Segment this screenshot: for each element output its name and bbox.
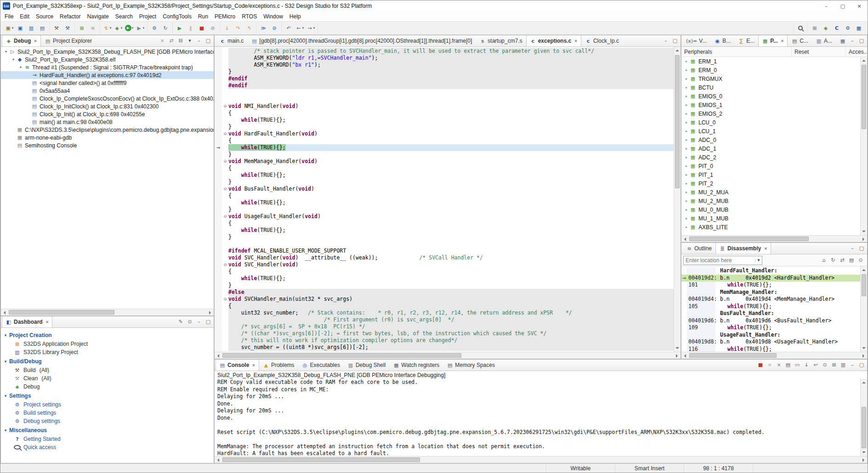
peripheral-row[interactable]: ▸▦AXBS_LITE <box>681 223 860 231</box>
maximize-button[interactable]: ▢ <box>857 360 866 370</box>
menu-navigate[interactable]: Navigate <box>84 12 112 21</box>
edit-dash-button[interactable]: ✎ <box>176 317 185 327</box>
scrollbar-thumb[interactable] <box>862 274 866 296</box>
debug-tree-item[interactable]: ▤Semihosting Console <box>1 141 214 149</box>
chevron-right-icon[interactable]: ▸ <box>683 59 690 63</box>
dashboard-item-s32ds-application-project[interactable]: ⊞S32DS Application Project <box>2 340 213 348</box>
dashboard-item-build[interactable]: ⚒Build(All) <box>2 366 213 374</box>
code-line[interactable]: ASM_KEYWORD("ldr r1,=SVCHandler_main"); <box>215 55 674 62</box>
code-line[interactable]: #ifndef MCAL_ENABLE_USER_MODE_SUPPORT <box>215 248 674 254</box>
scroll-right-icon[interactable] <box>860 236 867 242</box>
maximize-button[interactable]: ▢ <box>204 317 213 327</box>
chevron-right-icon[interactable]: ▸ <box>683 216 690 220</box>
column-header-peripherals[interactable]: Peripherals <box>681 47 792 56</box>
code-line[interactable]: } <box>215 282 674 289</box>
editor-tab-4-clock-ip-c[interactable]: cClock_Ip.c <box>581 35 623 46</box>
fold-collapse-icon[interactable]: ⊖ <box>222 213 228 220</box>
code-line[interactable]: ASM_KEYWORD("bx r1"); <box>215 62 674 68</box>
dashboard-section-miscellaneous[interactable]: ▾Miscellaneous <box>2 425 213 435</box>
editor-horizontal-scrollbar[interactable] <box>215 352 681 359</box>
chevron-down-icon[interactable]: ▼ <box>755 259 762 262</box>
right-tab-6-p[interactable]: ▦P... <box>836 35 848 46</box>
menu-project[interactable]: Project <box>136 12 159 21</box>
peripherals-vertical-scrollbar[interactable] <box>860 57 867 235</box>
code-editor[interactable]: /* stack pointer is passed to SVCHandler… <box>215 47 674 352</box>
peripheral-row[interactable]: ▸▦ADC_2 <box>681 153 860 162</box>
menu-edit[interactable]: Edit <box>17 12 33 21</box>
chevron-right-icon[interactable]: ▸ <box>683 68 690 72</box>
code-line[interactable]: while(TRUE){}; <box>215 199 674 206</box>
disassembly-line[interactable]: HardFault_Handler: <box>681 267 860 275</box>
debug-tree-item[interactable]: ▤main() at main.c:98 0x400e08 <box>1 118 214 126</box>
scrollbar-thumb[interactable] <box>222 353 461 358</box>
chevron-right-icon[interactable]: ▸ <box>683 208 690 212</box>
maximize-button[interactable]: ▢ <box>204 36 213 45</box>
disassembly-line[interactable]: BusFault_Handler: <box>681 310 860 317</box>
menu-run[interactable]: Run <box>195 12 211 21</box>
debug-tab-1-project-explorer[interactable]: ▤Project Explorer <box>41 35 96 46</box>
dashboard-item-build-settings[interactable]: ⚙Build settings <box>2 409 213 417</box>
dashboard-item-s32ds-library-project[interactable]: ▥S32DS Library Project <box>2 348 213 356</box>
code-line[interactable] <box>215 96 674 103</box>
code-line[interactable]: } <box>215 151 674 158</box>
dashboard-section-project-creation[interactable]: ▾Project Creation <box>2 330 213 340</box>
step-into-button[interactable]: ↓ <box>221 23 233 34</box>
location-input[interactable] <box>684 257 755 264</box>
code-line[interactable]: { <box>215 110 674 117</box>
code-line[interactable]: /* this will nto work if optimization co… <box>215 337 674 344</box>
code-line[interactable]: /* svc_args[6] = SP + 0x18 PC(r15) */ <box>215 323 674 330</box>
scroll-left-icon[interactable] <box>681 236 688 242</box>
disassembly-line[interactable]: 101while(TRUE){}; <box>681 282 860 289</box>
remove-all-button[interactable]: × <box>774 360 783 370</box>
disassembly-line[interactable]: 004019d8:b.n 0x4019d8 <UsageFault_Handle… <box>681 338 860 346</box>
remove-launch-button[interactable]: × <box>765 360 774 370</box>
debug-tree-item[interactable]: ▤0x5aa55aa4 <box>1 87 214 95</box>
minimize-button[interactable]: – <box>661 36 670 45</box>
peripheral-row[interactable]: ▸▦PIT_2 <box>681 179 860 188</box>
menu-refactor[interactable]: Refactor <box>57 12 84 21</box>
chevron-right-icon[interactable]: ▸ <box>683 181 690 186</box>
pin-button[interactable]: ⊙ <box>185 317 194 327</box>
chevron-right-icon[interactable]: ▸ <box>683 77 690 81</box>
close-icon[interactable]: × <box>45 320 49 324</box>
chevron-right-icon[interactable]: ▸ <box>683 173 690 177</box>
build-all-button[interactable]: ⚒ <box>62 23 73 34</box>
window-maximize-button[interactable]: ▢ <box>834 0 851 11</box>
minimize-button[interactable]: – <box>848 36 857 45</box>
code-line[interactable]: { <box>215 303 674 310</box>
debug-config-button[interactable]: ◈▾ <box>113 23 124 34</box>
menu-source[interactable]: Source <box>33 12 57 21</box>
code-line[interactable]: { <box>215 192 674 199</box>
code-line[interactable]: svc_number = ((uint8 *)svc_args[6])[-2]; <box>215 344 674 351</box>
peripheral-row[interactable]: ▸▦MU_2_MUA <box>681 188 860 197</box>
dashboard-section-build-debug[interactable]: ▾Build/Debug <box>2 356 213 366</box>
disassembly-vertical-scrollbar[interactable] <box>860 266 867 352</box>
peripheral-row[interactable]: ▸▦ERM_1 <box>681 57 860 66</box>
maximize-button[interactable]: ▢ <box>670 36 680 45</box>
editor-tab-1-gdb-8-proc-42000-threadgroup-i1-gdb-8-pr[interactable]: ▤[gdb[8].proc[42000].threadGroup[i1],gdb… <box>247 35 476 46</box>
code-line[interactable]: /* First argument (r0) is svc_args[0] */ <box>215 316 674 323</box>
column-header-acces[interactable]: Acces... <box>846 47 868 56</box>
link-editor-button[interactable]: ⇄ <box>167 36 176 45</box>
run-button[interactable]: ▶▾ <box>124 23 135 34</box>
scroll-left-icon[interactable] <box>681 352 688 359</box>
refresh-button[interactable]: ↻ <box>828 256 838 265</box>
open-console-button[interactable]: ⊞ <box>829 360 839 370</box>
new-c-cpp-project-button[interactable]: ⊞ <box>76 23 87 34</box>
maximize-button[interactable]: ▢ <box>857 244 866 253</box>
right-tab-1-b[interactable]: ◉B... <box>710 35 734 46</box>
debug-tree-item[interactable]: ▾≡Thread #1 (Suspended : Signal : SIGTRA… <box>1 63 214 71</box>
menu-rtos[interactable]: RTOS <box>238 12 260 21</box>
forward-button[interactable]: →▾ <box>305 23 316 34</box>
debug-tree-item[interactable]: ▤Clock_Ip_CompleteSxoscOsconEocv() at Cl… <box>1 95 214 102</box>
fold-collapse-icon[interactable]: ⊖ <box>222 103 228 110</box>
search-button[interactable] <box>795 23 806 34</box>
menu-file[interactable]: File <box>1 12 17 21</box>
suspend-button[interactable]: ‖ <box>185 23 196 34</box>
code-line[interactable]: → while(TRUE){}; <box>215 144 674 151</box>
code-line[interactable]: { <box>215 268 674 275</box>
column-header-reset[interactable]: Reset <box>792 47 846 56</box>
dashboard-item-clean[interactable]: ⚒Clean(All) <box>2 374 213 383</box>
chevron-right-icon[interactable]: ▸ <box>683 164 690 168</box>
peripheral-row[interactable]: ▸▦ADC_0 <box>681 135 860 144</box>
